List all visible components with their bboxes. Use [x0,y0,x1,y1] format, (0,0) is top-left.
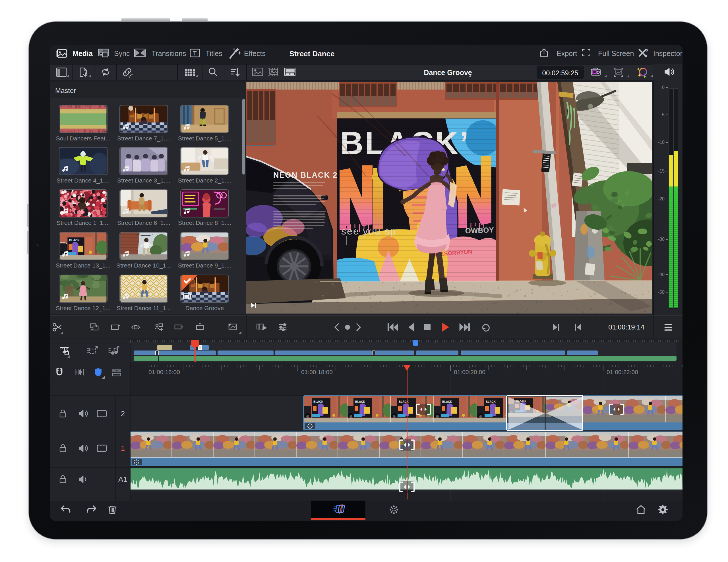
svg-text:-40: -40 [658,272,665,277]
svg-text:BLACK: BLACK [355,400,365,403]
svg-text:NEON BLACK 2: NEON BLACK 2 [273,171,338,179]
svg-text:BLACK: BLACK [486,400,496,403]
svg-text:0: 0 [662,85,665,90]
svg-text:-15: -15 [658,169,665,174]
svg-text:OWBOY: OWBOY [465,226,494,235]
svg-text:BLACK: BLACK [442,400,452,403]
svg-text:-20: -20 [658,197,665,201]
svg-text:see you sp: see you sp [341,226,396,237]
svg-text:-50: -50 [658,290,665,294]
svg-text:-5: -5 [661,112,665,117]
svg-text:-10: -10 [658,140,665,145]
svg-text:-30: -30 [658,237,665,242]
svg-text:T: T [193,50,197,57]
svg-text:BLACK: BLACK [69,239,80,242]
svg-text:BLACK: BLACK [313,400,324,403]
